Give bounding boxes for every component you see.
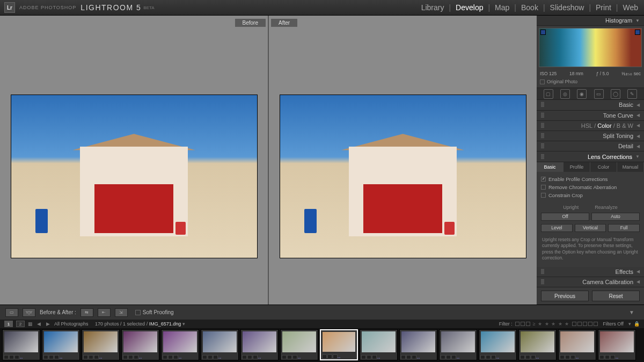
section-lens-corrections[interactable]: Lens Corrections▼: [537, 151, 644, 162]
before-after-copy2-button[interactable]: ⇲: [115, 308, 128, 317]
bottom-toolbar: ▭ Y|Y Before & After : ⇆ ⇤ ⇲ Soft Proofi…: [0, 305, 644, 320]
canvas-after[interactable]: After: [269, 16, 537, 305]
before-after-copy-button[interactable]: ⇤: [98, 308, 111, 317]
filter-lock-icon[interactable]: 🔒: [634, 321, 640, 327]
histogram-header[interactable]: Histogram ▼: [537, 16, 644, 26]
lc-tab-profile[interactable]: Profile: [564, 162, 590, 172]
section-detail[interactable]: Detail◀: [537, 141, 644, 151]
section-camera-calibration[interactable]: Camera Calibration◀: [537, 277, 644, 287]
filmstrip-thumb[interactable]: ••: [2, 329, 40, 360]
lc-tab-basic[interactable]: Basic: [537, 162, 564, 172]
color-label-filters[interactable]: [572, 322, 598, 326]
nav-slideshow[interactable]: Slideshow: [548, 3, 586, 12]
filmstrip-thumb[interactable]: ••: [360, 329, 398, 360]
lc-remove-ca-checkbox[interactable]: [541, 185, 546, 190]
brush-tool-icon[interactable]: ✎: [627, 89, 637, 99]
upright-off-button[interactable]: Off: [541, 213, 589, 221]
section-effects[interactable]: Effects◀: [537, 267, 644, 277]
filmstrip[interactable]: ••••••••••••••••••••••••••••••••: [0, 328, 644, 362]
shadow-clip-icon[interactable]: [540, 30, 546, 35]
before-after-swap-button[interactable]: ⇆: [80, 308, 93, 317]
upright-full-button[interactable]: Full: [608, 224, 640, 232]
section-tone-curve[interactable]: Tone Curve◀: [537, 111, 644, 121]
chevron-down-icon: ▼: [635, 154, 640, 159]
upright-auto-button[interactable]: Auto: [591, 213, 640, 221]
section-basic[interactable]: Basic◀: [537, 100, 644, 110]
flag-filters[interactable]: [515, 322, 530, 326]
upright-vertical-button[interactable]: Vertical: [575, 224, 606, 232]
original-photo-row[interactable]: Original Photo: [537, 78, 644, 88]
soft-proofing-checkbox[interactable]: [135, 310, 141, 315]
filmstrip-thumb[interactable]: ••: [42, 329, 80, 360]
main-viewport: ▶ Before After Histogram ▼ ISO 125 18 mm: [0, 16, 644, 305]
reset-button[interactable]: Reset: [592, 291, 640, 301]
filmstrip-thumb[interactable]: ••: [82, 329, 120, 360]
histogram-info: ISO 125 18 mm ƒ / 5.0 ¹⁄₁₂₅₀ sec: [537, 69, 644, 78]
app-header: Lr ADOBE PHOTOSHOP LIGHTROOM 5 BETA Libr…: [0, 0, 644, 16]
nav-library[interactable]: Library: [420, 3, 446, 12]
lc-enable-profile-row[interactable]: ✓ Enable Profile Corrections: [541, 175, 640, 183]
loupe-view-button[interactable]: ▭: [5, 308, 18, 317]
filmstrip-thumb[interactable]: ••: [121, 329, 159, 360]
spot-tool-icon[interactable]: ◎: [560, 89, 570, 99]
filmstrip-thumb[interactable]: ••: [320, 329, 358, 360]
chevron-left-icon: ◀: [636, 113, 640, 118]
breadcrumb[interactable]: All Photographs 170 photos / 1 selected …: [54, 321, 185, 327]
section-split-toning[interactable]: Split Toning◀: [537, 131, 644, 141]
filmstrip-thumb[interactable]: ••: [280, 329, 318, 360]
filmstrip-thumb[interactable]: ••: [201, 329, 239, 360]
app-logo: Lr: [4, 2, 15, 13]
soft-proofing-row[interactable]: Soft Proofing: [135, 309, 174, 315]
nav-fwd-icon[interactable]: ▶: [45, 321, 51, 327]
monitor-1-button[interactable]: 1: [4, 321, 13, 327]
nav-develop[interactable]: Develop: [454, 3, 485, 12]
filmstrip-thumb[interactable]: ••: [558, 329, 596, 360]
star-filter[interactable]: ≥ ★ ★ ★ ★ ★: [533, 321, 569, 327]
upright-level-button[interactable]: Level: [541, 224, 573, 232]
filmstrip-thumb[interactable]: ••: [439, 329, 477, 360]
monitor-2-button[interactable]: 2: [16, 321, 25, 327]
previous-button[interactable]: Previous: [541, 291, 589, 301]
nav-back-icon[interactable]: ◀: [36, 321, 42, 327]
nav-map[interactable]: Map: [493, 3, 511, 12]
lc-remove-ca-row[interactable]: Remove Chromatic Aberration: [541, 183, 640, 191]
grid-icon[interactable]: ▦: [28, 321, 33, 327]
reanalyze-button[interactable]: Reanalyze: [595, 205, 618, 210]
nav-book[interactable]: Book: [519, 3, 540, 12]
filmstrip-thumb[interactable]: ••: [399, 329, 437, 360]
filters-off-dropdown[interactable]: Filters Off: [601, 321, 626, 327]
lc-enable-profile-checkbox[interactable]: ✓: [541, 177, 546, 182]
lc-constrain-crop-row[interactable]: Constrain Crop: [541, 191, 640, 199]
radial-filter-icon[interactable]: ◯: [611, 89, 620, 99]
compare-view-button[interactable]: Y|Y: [23, 308, 35, 317]
redeye-tool-icon[interactable]: ◉: [577, 89, 587, 99]
filmstrip-thumb[interactable]: ••: [479, 329, 517, 360]
filmstrip-thumb[interactable]: ••: [240, 329, 279, 360]
chevron-left-icon: ◀: [636, 144, 640, 149]
brand-product: LIGHTROOM 5: [80, 3, 141, 12]
chevron-down-icon: ▾: [628, 321, 631, 327]
hist-shutter: ¹⁄₁₂₅₀ sec: [621, 71, 641, 76]
canvas-area: Before After: [0, 16, 537, 305]
photo-after: [280, 95, 526, 258]
canvas-before[interactable]: Before: [0, 16, 268, 305]
upright-help-text: Upright resets any Crop or Manual Transf…: [537, 234, 644, 267]
upright-row2: Level Vertical Full: [537, 222, 644, 234]
nav-web[interactable]: Web: [621, 3, 640, 12]
crop-tool-icon[interactable]: ▢: [544, 89, 553, 99]
lc-tab-manual[interactable]: Manual: [617, 162, 644, 172]
histogram-chart[interactable]: [539, 28, 642, 67]
filmstrip-thumb[interactable]: ••: [518, 329, 557, 360]
section-hsl-color-bw[interactable]: HSL / Color / B & W ◀: [537, 121, 644, 131]
original-photo-checkbox[interactable]: [540, 79, 545, 84]
grad-filter-icon[interactable]: ▭: [594, 89, 604, 99]
lc-constrain-crop-checkbox[interactable]: [541, 193, 546, 198]
filmstrip-thumb[interactable]: ••: [161, 329, 199, 360]
histogram-label: Histogram: [605, 17, 632, 24]
filmstrip-header: 1 2 ▦ ◀ ▶ All Photographs 170 photos / 1…: [0, 320, 644, 328]
filmstrip-thumb[interactable]: ••: [598, 329, 636, 360]
toolbar-overflow-icon[interactable]: ▼: [625, 309, 639, 315]
lc-tab-color[interactable]: Color: [590, 162, 617, 172]
nav-print[interactable]: Print: [594, 3, 613, 12]
highlight-clip-icon[interactable]: [635, 30, 640, 35]
